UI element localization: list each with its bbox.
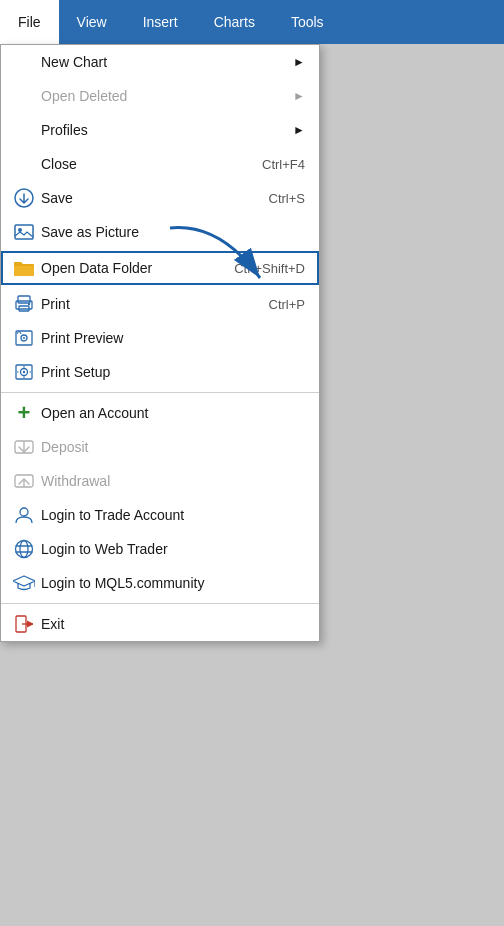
- menu-item-exit[interactable]: Exit: [1, 607, 319, 641]
- submenu-arrow-icon: ►: [293, 123, 305, 137]
- separator: [1, 392, 319, 393]
- menu-item-label: Login to Web Trader: [41, 541, 305, 557]
- svg-marker-18: [13, 576, 35, 586]
- menubar-item-charts[interactable]: Charts: [196, 0, 273, 44]
- svg-rect-6: [28, 303, 30, 305]
- menu-item-save[interactable]: Save Ctrl+S: [1, 181, 319, 215]
- menu-item-label: Close: [41, 156, 262, 172]
- menu-item-new-chart[interactable]: New Chart ►: [1, 45, 319, 79]
- menubar-item-view[interactable]: View: [59, 0, 125, 44]
- menu-item-label: Print Preview: [41, 330, 305, 346]
- menu-item-profiles[interactable]: Profiles ►: [1, 113, 319, 147]
- menu-item-open-deleted[interactable]: Open Deleted ►: [1, 79, 319, 113]
- menu-item-login-web[interactable]: Login to Web Trader: [1, 532, 319, 566]
- menu-item-label: Open Data Folder: [41, 260, 234, 276]
- svg-point-12: [23, 371, 25, 373]
- svg-point-16: [16, 541, 33, 558]
- deposit-icon: [11, 438, 37, 456]
- menu-item-label: Save: [41, 190, 269, 206]
- svg-rect-1: [15, 225, 33, 239]
- menu-item-label: Print: [41, 296, 269, 312]
- menubar-item-insert[interactable]: Insert: [125, 0, 196, 44]
- plus-icon: +: [11, 402, 37, 424]
- menu-item-save-as-picture[interactable]: Save as Picture: [1, 215, 319, 249]
- menu-item-close[interactable]: Close Ctrl+F4: [1, 147, 319, 181]
- menu-item-label: Print Setup: [41, 364, 305, 380]
- submenu-arrow-icon: ►: [293, 55, 305, 69]
- print-icon: [11, 295, 37, 313]
- menu-item-open-data-folder[interactable]: Open Data Folder Ctrl+Shift+D: [1, 251, 319, 285]
- menu-item-withdrawal[interactable]: Withdrawal: [1, 464, 319, 498]
- globe-icon: [11, 539, 37, 559]
- menu-item-label: Open an Account: [41, 405, 305, 421]
- menu-item-label: Open Deleted: [41, 88, 285, 104]
- separator: [1, 603, 319, 604]
- print-setup-icon: [11, 363, 37, 381]
- graduation-icon: [11, 573, 37, 593]
- menu-item-label: Login to Trade Account: [41, 507, 305, 523]
- menu-item-deposit[interactable]: Deposit: [1, 430, 319, 464]
- user-icon: [11, 505, 37, 525]
- folder-icon: [11, 259, 37, 277]
- menu-item-print-setup[interactable]: Print Setup: [1, 355, 319, 389]
- menubar-item-tools[interactable]: Tools: [273, 0, 342, 44]
- menu-item-label: Exit: [41, 616, 305, 632]
- menu-item-label: Withdrawal: [41, 473, 305, 489]
- exit-icon: [11, 615, 37, 633]
- svg-point-15: [20, 508, 28, 516]
- picture-icon: [11, 223, 37, 241]
- submenu-arrow-icon: ►: [293, 89, 305, 103]
- menu-shortcut: Ctrl+S: [269, 191, 305, 206]
- menu-item-print-preview[interactable]: Print Preview: [1, 321, 319, 355]
- withdrawal-icon: [11, 472, 37, 490]
- menu-item-label: Deposit: [41, 439, 305, 455]
- menu-shortcut: Ctrl+F4: [262, 157, 305, 172]
- save-icon: [11, 188, 37, 208]
- menu-item-print[interactable]: Print Ctrl+P: [1, 287, 319, 321]
- menu-item-label: New Chart: [41, 54, 285, 70]
- menu-shortcut: Ctrl+P: [269, 297, 305, 312]
- menu-bar: File View Insert Charts Tools: [0, 0, 504, 44]
- svg-point-17: [20, 541, 28, 558]
- menu-item-label: Login to MQL5.community: [41, 575, 305, 591]
- menu-item-label: Profiles: [41, 122, 285, 138]
- menu-item-label: Save as Picture: [41, 224, 305, 240]
- menu-container: File View Insert Charts Tools New Chart …: [0, 0, 504, 642]
- print-preview-icon: [11, 329, 37, 347]
- menu-shortcut: Ctrl+Shift+D: [234, 261, 305, 276]
- file-dropdown: New Chart ► Open Deleted ► Profiles ► Cl…: [0, 44, 320, 642]
- menubar-item-file[interactable]: File: [0, 0, 59, 44]
- svg-point-9: [23, 337, 25, 339]
- menu-item-login-trade[interactable]: Login to Trade Account: [1, 498, 319, 532]
- menu-item-login-mql5[interactable]: Login to MQL5.community: [1, 566, 319, 600]
- svg-rect-3: [18, 296, 30, 303]
- menu-item-open-account[interactable]: + Open an Account: [1, 396, 319, 430]
